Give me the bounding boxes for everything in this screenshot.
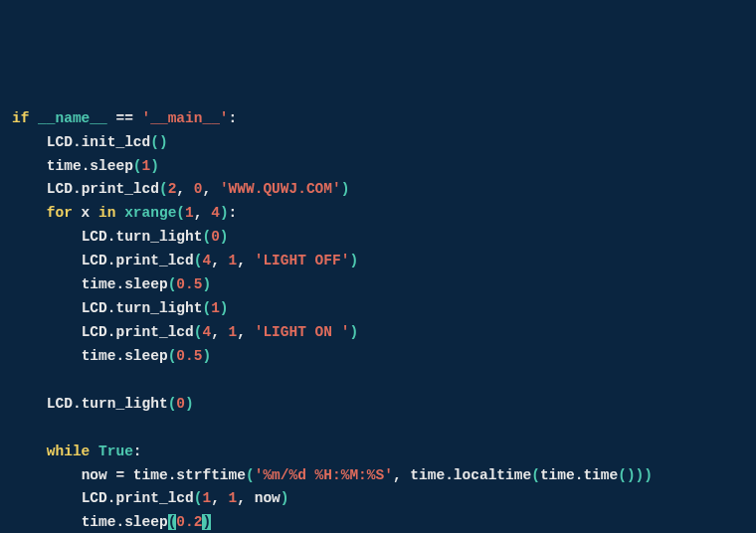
number-literal: 1: [142, 158, 151, 174]
keyword-if: if: [12, 110, 29, 126]
keyword-for: for: [47, 205, 73, 221]
keyword-while: while: [47, 444, 91, 459]
code-line: LCD.turn_light(0): [12, 226, 756, 250]
code-line: for x in xrange(1, 4):: [12, 202, 756, 226]
code-line: LCD.print_lcd(4, 1, 'LIGHT OFF'): [12, 250, 756, 273]
code-line: LCD.print_lcd(4, 1, 'LIGHT ON '): [12, 321, 756, 345]
code-line: if __name__ == '__main__':: [12, 107, 756, 131]
code-line: LCD.print_lcd(2, 0, 'WWW.QUWJ.COM'): [12, 178, 756, 202]
code-line: LCD.turn_light(0): [12, 393, 756, 417]
code-line: time.sleep(1): [12, 155, 756, 179]
string-literal: '%m/%d %H:%M:%S': [255, 467, 393, 483]
cursor-block: ): [202, 514, 211, 530]
code-line: while True:: [12, 441, 756, 464]
keyword-in: in: [98, 205, 115, 221]
code-line: time.sleep(0.2): [12, 511, 756, 533]
code-line: LCD.turn_light(1): [12, 297, 756, 321]
bool-true: True: [98, 444, 133, 459]
string-literal: '__main__': [142, 110, 229, 126]
string-literal: 'LIGHT OFF': [255, 253, 350, 268]
string-literal: 'LIGHT ON ': [255, 324, 350, 340]
code-line: time.sleep(0.5): [12, 345, 756, 369]
code-line: [12, 369, 756, 393]
code-line: [12, 417, 756, 441]
builtin-xrange: xrange: [124, 205, 176, 221]
code-editor[interactable]: if __name__ == '__main__': LCD.init_lcd(…: [12, 107, 756, 533]
string-literal: 'WWW.QUWJ.COM': [220, 181, 341, 197]
code-line: LCD.print_lcd(1, 1, now): [12, 487, 756, 511]
code-line: time.sleep(0.5): [12, 273, 756, 297]
code-line: now = time.strftime('%m/%d %H:%M:%S', ti…: [12, 464, 756, 488]
dunder-name: __name__: [38, 110, 107, 126]
code-line: LCD.init_lcd(): [12, 131, 756, 155]
